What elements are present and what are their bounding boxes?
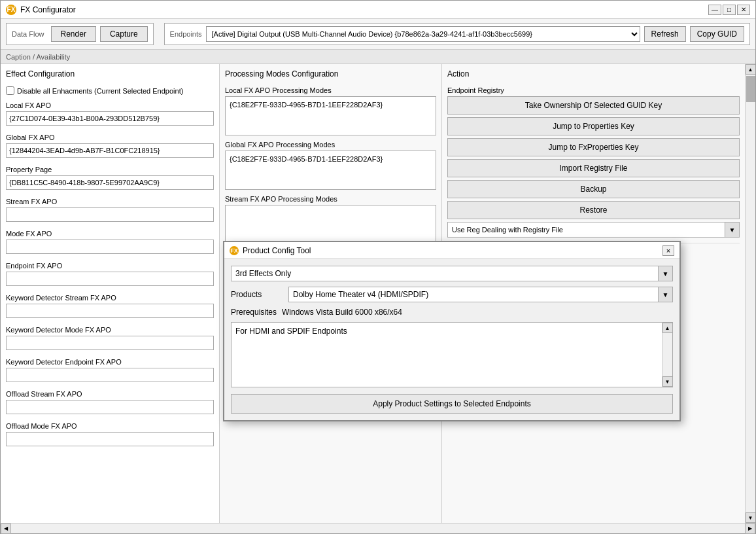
modal-title-left: FX Product Config Tool — [230, 246, 311, 255]
modal-body: 3rd Effects Only ▼ Products Dolby Home T… — [224, 259, 679, 420]
modal-title: Product Config Tool — [243, 246, 311, 255]
window-controls: — □ ✕ — [708, 5, 750, 15]
modal-app-icon: FX — [230, 246, 239, 255]
copy-guid-button[interactable]: Copy GUID — [690, 26, 744, 42]
main-content: Effect Configuration Disable all Enhacme… — [1, 64, 755, 523]
app-icon: FX — [6, 5, 16, 15]
toolbar: Data Flow Render Capture Endpoints [Acti… — [1, 19, 755, 50]
close-button[interactable]: ✕ — [737, 5, 750, 15]
filter-select-arrow[interactable]: ▼ — [658, 266, 672, 281]
minimize-button[interactable]: — — [708, 5, 721, 15]
data-flow-group: Data Flow Render Capture — [6, 23, 154, 45]
products-select-arrow[interactable]: ▼ — [658, 287, 672, 302]
modal-close-button[interactable]: × — [662, 245, 674, 256]
scroll-left-arrow[interactable]: ◀ — [1, 524, 11, 534]
title-bar: FX FX Configurator — □ ✕ — [1, 1, 755, 19]
filter-row: 3rd Effects Only ▼ — [231, 266, 673, 281]
refresh-button[interactable]: Refresh — [644, 26, 686, 42]
desc-scroll-up[interactable]: ▲ — [662, 323, 673, 333]
products-select-text: Dolby Home Theater v4 (HDMI/SPDIF) — [289, 290, 658, 299]
description-box: For HDMI and SPDIF Endpoints ▲ ▼ — [231, 322, 673, 387]
products-row: Products Dolby Home Theater v4 (HDMI/SPD… — [231, 287, 673, 302]
filter-select-text: 3rd Effects Only — [232, 269, 658, 278]
desc-scroll-down[interactable]: ▼ — [662, 376, 673, 387]
title-bar-left: FX FX Configurator — [6, 5, 76, 15]
modal-title-bar: FX Product Config Tool × — [224, 242, 679, 259]
product-config-modal: FX Product Config Tool × 3rd Effects Onl… — [223, 241, 681, 421]
data-flow-label: Data Flow — [12, 30, 44, 38]
endpoints-section: Endpoints [Active] Digital Output (USB M… — [164, 23, 750, 45]
maximize-button[interactable]: □ — [723, 5, 736, 15]
description-text: For HDMI and SPDIF Endpoints — [235, 327, 347, 336]
nav-text: Caption / Availability — [6, 53, 70, 61]
apply-button[interactable]: Apply Product Settings to Selected Endpo… — [231, 394, 673, 414]
products-select[interactable]: Dolby Home Theater v4 (HDMI/SPDIF) ▼ — [288, 287, 673, 302]
products-label: Products — [231, 290, 283, 299]
modal-overlay: FX Product Config Tool × 3rd Effects Onl… — [1, 64, 755, 523]
horizontal-scrollbar: ◀ ▶ — [1, 523, 755, 533]
scroll-right-arrow[interactable]: ▶ — [745, 524, 755, 534]
prerequisites-label: Prerequisites — [231, 308, 277, 317]
main-window: FX FX Configurator — □ ✕ Data Flow Rende… — [0, 0, 756, 534]
endpoint-select[interactable]: [Active] Digital Output (USB Multi-Chann… — [206, 26, 640, 42]
window-title: FX Configurator — [20, 5, 76, 14]
nav-bar: Caption / Availability — [1, 50, 755, 64]
prerequisites-value: Windows Vista Build 6000 x86/x64 — [282, 308, 402, 317]
endpoints-label: Endpoints — [170, 30, 202, 38]
desc-scrollbar: ▲ ▼ — [662, 323, 672, 387]
capture-button[interactable]: Capture — [100, 26, 148, 42]
prerequisites-row: Prerequisites Windows Vista Build 6000 x… — [231, 308, 673, 317]
filter-select[interactable]: 3rd Effects Only ▼ — [231, 266, 673, 281]
render-button[interactable]: Render — [51, 26, 96, 42]
